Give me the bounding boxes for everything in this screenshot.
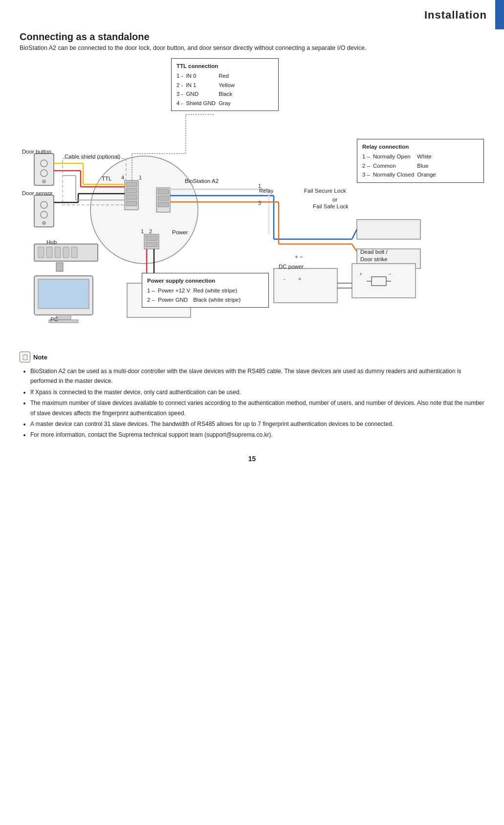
- or-label: or: [332, 197, 337, 202]
- svg-rect-11: [146, 236, 157, 241]
- door-button-label: Door button: [22, 149, 51, 155]
- svg-text:1: 1: [139, 175, 142, 180]
- svg-rect-66: [274, 268, 337, 303]
- svg-line-77: [352, 244, 357, 251]
- note-section: 📋 Note BioStation A2 can be used as a mu…: [20, 347, 484, 440]
- door-sensor-label: Door sensor: [22, 190, 53, 196]
- svg-rect-69: [352, 264, 416, 298]
- note-title: Note: [33, 354, 47, 361]
- relay-info-box: Relay connection 1 –Normally OpenWhite 2…: [357, 139, 484, 183]
- note-item-1: BioStation A2 can be used as a multi-doo…: [30, 366, 484, 386]
- svg-rect-9: [158, 202, 169, 207]
- note-header: 📋 Note: [20, 352, 484, 362]
- svg-text:2: 2: [149, 228, 152, 234]
- svg-rect-23: [46, 247, 52, 258]
- svg-rect-8: [158, 196, 169, 201]
- plus-minus-right-label: + −: [295, 254, 303, 260]
- svg-rect-2: [126, 182, 137, 187]
- diagram-area: 1 3 1 2 - + + −: [20, 58, 484, 337]
- svg-rect-64: [357, 220, 420, 239]
- relay-table: 1 –Normally OpenWhite 2 –CommonBlue 3 –N…: [362, 152, 439, 179]
- svg-point-16: [42, 179, 46, 183]
- svg-rect-30: [56, 315, 71, 320]
- svg-point-20: [42, 221, 46, 225]
- power-supply-table: 1 –Power +12 VRed (white stripe) 2 –Powe…: [147, 286, 243, 304]
- cable-shield-label: Cable shield (optional): [65, 154, 120, 159]
- svg-rect-3: [126, 188, 137, 193]
- note-item-2: If Xpass is connected to the master devi…: [30, 387, 484, 397]
- svg-text:+: +: [298, 276, 301, 282]
- power-supply-box-title: Power supply connection: [147, 276, 263, 285]
- svg-line-76: [352, 229, 357, 239]
- power-label: Power: [172, 229, 188, 235]
- dc-power-right-label: DC power: [279, 264, 304, 269]
- svg-rect-12: [146, 242, 157, 247]
- svg-rect-7: [158, 189, 169, 194]
- svg-text:+: +: [359, 271, 362, 277]
- section-title: Connecting as a standalone: [20, 31, 484, 43]
- power-supply-info-box: Power supply connection 1 –Power +12 VRe…: [142, 273, 269, 308]
- note-item-3: The maximum number of slave devices avai…: [30, 398, 484, 418]
- page-title: Installation: [0, 0, 504, 26]
- note-icon: 📋: [20, 352, 30, 362]
- door-strike-label: Door strike: [360, 256, 388, 262]
- relay-label: Relay: [259, 188, 273, 194]
- svg-text:-: -: [284, 276, 285, 282]
- biostation-label: BioStation A2: [185, 178, 219, 184]
- svg-rect-29: [38, 279, 89, 309]
- pc-label: PC: [50, 316, 58, 322]
- svg-text:1: 1: [141, 228, 144, 234]
- svg-rect-5: [126, 201, 137, 206]
- dead-bolt-label: Dead bolt /: [360, 249, 388, 255]
- svg-rect-25: [63, 247, 69, 258]
- ttl-box-title: TTL connection: [176, 62, 273, 70]
- svg-text:3: 3: [258, 200, 261, 206]
- note-list: BioStation A2 can be used as a multi-doo…: [20, 366, 484, 440]
- ttl-info-box: TTL connection 1 -IN 0Red 2 -IN 1Yellow …: [171, 58, 279, 111]
- svg-rect-27: [56, 263, 63, 271]
- section-desc: BioStation A2 can be connected to the do…: [20, 45, 484, 51]
- note-item-4: A master device can control 31 slave dev…: [30, 419, 484, 429]
- svg-rect-22: [38, 247, 44, 258]
- svg-rect-24: [55, 247, 61, 258]
- ttl-label: TTL: [102, 176, 111, 181]
- hub-label: Hub: [46, 239, 57, 245]
- note-item-5: For more information, contact the Suprem…: [30, 430, 484, 440]
- svg-rect-4: [126, 195, 137, 200]
- ttl-table: 1 -IN 0Red 2 -IN 1Yellow 3 -GNDBlack 4 -…: [176, 71, 238, 108]
- svg-text:−: −: [389, 271, 392, 277]
- svg-rect-26: [71, 247, 77, 258]
- svg-text:4: 4: [121, 175, 124, 180]
- fail-secure-lock-label: Fail Secure Lock: [304, 188, 346, 194]
- relay-box-title: Relay connection: [362, 142, 479, 151]
- page-number: 15: [20, 455, 484, 463]
- fail-safe-lock-label: Fail Safe Lock: [313, 203, 349, 209]
- accent-bar: [495, 0, 504, 29]
